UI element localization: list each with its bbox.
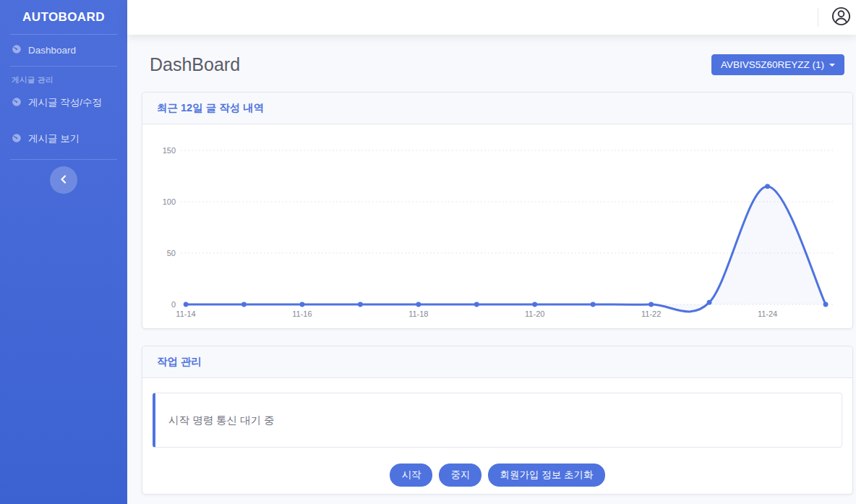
topbar-divider [818,8,818,27]
task-management-card-title: 작업 관리 [142,346,852,378]
chart-point [707,300,712,305]
y-tick-label: 100 [163,197,176,206]
page-title: DashBoard [150,54,240,75]
gauge-icon [12,44,22,56]
brand-text: AUTOBOARD [22,10,105,25]
chevron-left-icon [60,167,67,193]
gauge-icon [12,133,22,145]
content-area: DashBoard AVBIVS5Z60REYZZ (1) 최근 12일 글 작… [127,35,856,504]
chart-point [532,302,537,307]
topbar [127,0,856,35]
user-menu-button[interactable] [831,7,851,28]
chart-point [416,302,421,307]
chart-point [474,302,479,307]
chart-point [358,302,363,307]
recent-posts-card-body: 05010015011-1411-1611-1811-2011-2211-24 [142,124,852,328]
recent-posts-card: 최근 12일 글 작성 내역 05010015011-1411-1611-181… [142,92,853,329]
task-button-row: 시작 중지 회원가입 정보 초기화 [153,464,842,487]
chart-area-fill [186,187,826,312]
chart-point [591,302,596,307]
sidebar-item-post-write-edit[interactable]: 게시글 작성/수정 [0,87,127,119]
sidebar-collapse-button[interactable] [50,166,77,194]
chart-point [300,302,305,307]
sidebar-item-label: Dashboard [28,45,76,56]
gauge-icon [12,97,22,109]
sidebar-item-label: 게시글 작성/수정 [28,96,102,109]
recent-posts-line-chart: 05010015011-1411-1611-1811-2011-2211-24 [157,139,838,320]
account-dropdown-label: AVBIVS5Z60REYZZ (1) [721,59,824,70]
sidebar-section-heading: 게시글 관리 [0,67,127,87]
x-tick-label: 11-20 [525,309,544,318]
x-tick-label: 11-24 [758,309,777,318]
y-tick-label: 50 [167,249,176,257]
brand-logo[interactable]: AUTOBOARD [0,0,127,34]
task-status-box: 시작 명령 통신 대기 중 [153,393,842,448]
page-header: DashBoard AVBIVS5Z60REYZZ (1) [142,54,853,75]
y-tick-label: 150 [163,146,176,155]
task-management-card-body: 시작 명령 통신 대기 중 시작 중지 회원가입 정보 초기화 [142,378,852,494]
account-dropdown-button[interactable]: AVBIVS5Z60REYZZ (1) [711,54,844,75]
sidebar-divider [10,159,117,160]
user-circle-icon [831,7,851,28]
main-column: DashBoard AVBIVS5Z60REYZZ (1) 최근 12일 글 작… [127,0,856,504]
sidebar-item-label: 게시글 보기 [28,132,80,145]
start-button[interactable]: 시작 [390,464,432,487]
x-tick-label: 11-22 [641,309,661,318]
chart-point [184,302,189,307]
x-tick-label: 11-18 [408,309,428,318]
task-management-card: 작업 관리 시작 명령 통신 대기 중 시작 중지 회원가입 정보 초기화 [142,346,853,495]
caret-down-icon [829,64,835,67]
task-status-message: 시작 명령 통신 대기 중 [168,414,275,427]
stop-button[interactable]: 중지 [439,464,482,487]
line-chart-svg: 05010015011-1411-1611-1811-2011-2211-24 [157,139,838,320]
x-tick-label: 11-14 [176,309,195,318]
sidebar: AUTOBOARD Dashboard 게시글 관리 게시글 작성/수정 게시글… [0,0,127,504]
recent-posts-card-title: 최근 12일 글 작성 내역 [142,93,852,124]
chart-point [765,184,770,189]
chart-point [241,302,247,307]
sidebar-item-post-view[interactable]: 게시글 보기 [0,123,127,155]
chart-point [823,302,829,307]
reset-signup-info-button[interactable]: 회원가입 정보 초기화 [488,464,604,487]
y-tick-label: 0 [171,300,176,309]
chart-point [649,302,654,307]
x-tick-label: 11-16 [292,309,312,318]
sidebar-toggle-wrap [0,166,127,194]
sidebar-item-dashboard[interactable]: Dashboard [0,35,127,66]
